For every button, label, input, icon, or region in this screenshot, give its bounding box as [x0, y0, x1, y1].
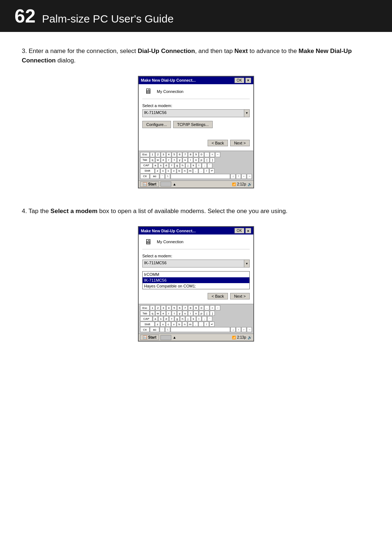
key-caps[interactable]: CAP — [140, 163, 152, 168]
key-7[interactable]: 7 — [183, 152, 188, 157]
key-backtick[interactable]: ` — [160, 174, 165, 179]
key2-1[interactable]: 1 — [150, 305, 155, 310]
key2-semicolon[interactable]: ; — [202, 316, 207, 321]
key2-left[interactable]: ← — [241, 327, 246, 332]
key2-enter[interactable]: ↵ — [209, 322, 215, 327]
key2-rbracket[interactable]: ] — [210, 311, 215, 316]
key2-9[interactable]: 9 — [193, 305, 199, 310]
key2-p[interactable]: p — [199, 311, 204, 316]
key-slash[interactable]: / — [204, 168, 209, 174]
key2-ctrl[interactable]: Ctl — [140, 327, 150, 332]
dialog1-back-button[interactable]: < Back — [208, 140, 228, 146]
key-down[interactable]: ↓ — [230, 174, 236, 179]
key-enter[interactable]: ↵ — [209, 168, 215, 174]
key2-w[interactable]: w — [155, 311, 160, 316]
key-j[interactable]: j — [185, 163, 191, 168]
key2-up[interactable]: ↑ — [236, 327, 241, 332]
key2-slash[interactable]: / — [204, 322, 209, 327]
key-b[interactable]: b — [177, 168, 182, 174]
key-semicolon[interactable]: ; — [202, 163, 207, 168]
key-o[interactable]: o — [193, 158, 199, 163]
key2-i[interactable]: i — [188, 311, 193, 316]
start-button-2[interactable]: 🪟 Start — [140, 335, 159, 340]
key-p[interactable]: p — [199, 158, 204, 163]
key2-space[interactable] — [171, 327, 230, 332]
key-w[interactable]: w — [155, 158, 160, 163]
key2-shift[interactable]: Shift — [140, 322, 155, 327]
key2-5[interactable]: 5 — [172, 305, 177, 310]
key-equals[interactable]: = — [210, 152, 215, 157]
taskbar-keyboard-icon-1[interactable] — [160, 181, 171, 187]
key-comma[interactable]: , — [193, 168, 198, 174]
key2-x[interactable]: x — [160, 322, 166, 327]
key2-4[interactable]: 4 — [166, 305, 171, 310]
key2-b[interactable]: b — [177, 322, 182, 327]
dialog1-configure-button[interactable]: Configure... — [142, 121, 171, 128]
key-r[interactable]: r — [166, 158, 171, 163]
key2-3[interactable]: 3 — [161, 305, 166, 310]
key-x[interactable]: x — [160, 168, 166, 174]
key2-caps[interactable]: CAP — [140, 316, 152, 321]
key-y[interactable]: y — [177, 158, 182, 163]
key2-s[interactable]: s — [158, 316, 163, 321]
dialog1-next-button[interactable]: Next > — [230, 140, 250, 146]
key2-period[interactable]: . — [199, 322, 204, 327]
start-button-1[interactable]: 🪟 Start — [140, 181, 159, 187]
key-4[interactable]: 4 — [166, 152, 171, 157]
key2-a[interactable]: a — [153, 316, 158, 321]
key-q[interactable]: q — [150, 158, 155, 163]
key2-2[interactable]: 2 — [155, 305, 160, 310]
key-m[interactable]: m — [188, 168, 193, 174]
key-esc[interactable]: Esc — [140, 152, 150, 157]
key2-backspace[interactable]: ← — [215, 305, 220, 310]
dropdown-item-ik711mc56[interactable]: IK-711MC56 — [143, 277, 249, 283]
key-6[interactable]: 6 — [177, 152, 182, 157]
key2-backslash[interactable]: \ — [165, 327, 170, 332]
dialog1-dropdown-arrow[interactable]: ▼ — [244, 109, 250, 117]
dialog2-dropdown-arrow[interactable]: ▼ — [244, 260, 250, 268]
key-backspace[interactable]: ← — [215, 152, 220, 157]
key2-8[interactable]: 8 — [188, 305, 193, 310]
dropdown-item-hayes[interactable]: Hayes Compatible on COM1: — [143, 283, 249, 289]
key2-q[interactable]: q — [150, 311, 155, 316]
key-f[interactable]: f — [169, 163, 174, 168]
key2-c[interactable]: c — [166, 322, 171, 327]
key-s[interactable]: s — [158, 163, 163, 168]
key2-tab[interactable]: Tab — [140, 311, 150, 316]
key-period[interactable]: . — [199, 168, 204, 174]
key-z[interactable]: z — [155, 168, 160, 174]
key2-0[interactable]: 0 — [199, 305, 204, 310]
dialog2-next-button[interactable]: Next > — [230, 293, 250, 299]
key-i[interactable]: i — [188, 158, 193, 163]
dialog2-ok-button[interactable]: OK — [234, 228, 244, 233]
key2-comma[interactable]: , — [193, 322, 198, 327]
key2-h[interactable]: h — [180, 316, 185, 321]
dialog1-modem-select[interactable]: IK-711MC56 — [142, 109, 244, 117]
key-k[interactable]: k — [191, 163, 196, 168]
key2-m[interactable]: m — [188, 322, 193, 327]
key-quote[interactable]: ' — [207, 163, 212, 168]
key2-t[interactable]: t — [172, 311, 177, 316]
key-space[interactable] — [171, 174, 230, 179]
key2-l[interactable]: l — [196, 316, 201, 321]
key-8[interactable]: 8 — [188, 152, 193, 157]
key-up[interactable]: ↑ — [236, 174, 241, 179]
key-h[interactable]: h — [180, 163, 185, 168]
key2-z[interactable]: z — [155, 322, 160, 327]
key2-f[interactable]: f — [169, 316, 174, 321]
key2-j[interactable]: j — [185, 316, 191, 321]
key2-7[interactable]: 7 — [183, 305, 188, 310]
dialog2-modem-select[interactable]: IK-711MC56 — [142, 260, 244, 268]
key-backslash[interactable]: \ — [165, 174, 170, 179]
key2-d[interactable]: d — [164, 316, 169, 321]
key-2[interactable]: 2 — [155, 152, 160, 157]
key-v[interactable]: v — [171, 168, 176, 174]
key2-e[interactable]: e — [161, 311, 166, 316]
key-e[interactable]: e — [161, 158, 166, 163]
key2-lbracket[interactable]: [ — [204, 311, 209, 316]
key2-y[interactable]: y — [177, 311, 182, 316]
key-shift[interactable]: Shift — [140, 168, 155, 174]
key-tab[interactable]: Tab — [140, 158, 150, 163]
key2-v[interactable]: v — [171, 322, 176, 327]
dialog1-close-button[interactable]: × — [245, 78, 251, 83]
